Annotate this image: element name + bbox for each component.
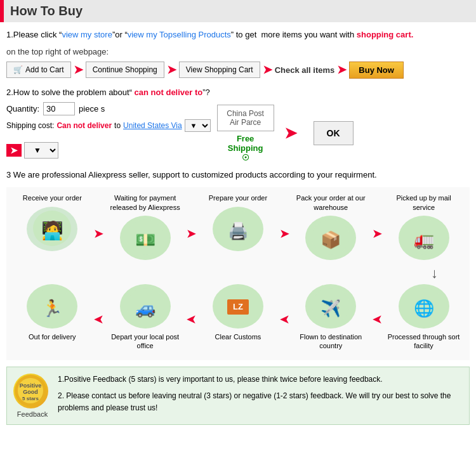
feedback-line2: 2. Please contact us before leaving neut… — [58, 390, 463, 414]
process-icon-3: 🖨️ — [213, 207, 263, 251]
problem-section: 2.How to solve the problem about“ can no… — [6, 88, 470, 162]
deliver-arrows: ➤ ▼ — [6, 142, 211, 159]
process-row-1: Receive your order 🧑‍💻 ➤ Waiting for pay… — [13, 193, 463, 260]
p-arrow-5: ➤ — [93, 311, 104, 327]
arrow-1: ➤ — [74, 63, 83, 77]
svg-text:5 stars: 5 stars — [22, 396, 39, 401]
topselling-link[interactable]: view my Topselling Products — [128, 30, 231, 39]
check-items-text: Check all items — [275, 65, 335, 75]
p-arrow-7: ➤ — [279, 311, 290, 327]
main-content: 1.Please click “view my store”or “view m… — [0, 29, 476, 431]
right-side: China Post Air Parce FreeShipping☉ ➤ OK — [217, 105, 354, 162]
svg-text:Good: Good — [23, 389, 38, 395]
process-label-1: Receive your order — [23, 193, 82, 202]
arrow-2: ➤ — [167, 63, 176, 77]
svg-text:💵: 💵 — [135, 230, 156, 250]
view-cart-button[interactable]: View Shopping Cart — [179, 62, 260, 78]
svg-text:✈️: ✈️ — [321, 298, 341, 318]
deliver-row: Quantity: piece s Shipping cost: Can not… — [6, 102, 470, 162]
cannot-deliver-text: Can not deliver — [56, 121, 112, 130]
process-icon-1: 🧑‍💻 — [27, 207, 77, 251]
large-dropdown[interactable]: ▼ — [24, 142, 58, 159]
continue-shopping-button[interactable]: Continue Shopping — [86, 62, 164, 78]
process-icon-8: LZ — [213, 284, 263, 329]
process-item-5: Picked up by mail service 🚛 — [386, 193, 462, 260]
cart-text: shopping cart. — [357, 30, 414, 39]
process-icon-9: ✈️ — [305, 284, 356, 329]
process-icon-2: 💵 — [120, 216, 171, 260]
process-label-2: Waiting for payment released by Aliexpre… — [107, 193, 183, 212]
process-label-9: Flown to destination country — [293, 332, 369, 351]
process-icon-6: 🏃 — [27, 284, 77, 329]
page-title: How To Buy — [10, 4, 83, 18]
process-item-7: 🚙 Depart your local post office — [107, 284, 183, 355]
process-item-8: LZ Clear Customs — [200, 284, 276, 345]
feedback-line1: 1.Positive Feedback (5 stars) is very im… — [58, 374, 463, 386]
process-label-8: Clear Customs — [215, 332, 261, 341]
process-label-4: Pack your order at our warehouse — [293, 193, 369, 212]
process-item-1: Receive your order 🧑‍💻 — [14, 193, 90, 251]
ship-row: Shipping cost: Can not deliver to United… — [6, 119, 211, 132]
feedback-text-area: 1.Positive Feedback (5 stars) is very im… — [58, 374, 463, 418]
add-to-cart-button[interactable]: 🛒 Add to Cart — [6, 62, 71, 78]
p-arrow-8: ➤ — [372, 311, 383, 327]
ship-label: Shipping cost: — [6, 121, 54, 130]
feedback-badge: Positive Good 5 stars — [13, 374, 48, 408]
process-icon-10: 🌐 — [399, 284, 449, 329]
p-arrow-6: ➤ — [186, 311, 197, 327]
svg-text:🖨️: 🖨️ — [228, 221, 249, 241]
process-label-3: Prepare your order — [209, 193, 267, 202]
ok-button[interactable]: OK — [314, 121, 354, 145]
process-label-10: Processed through sort facility — [386, 332, 462, 351]
process-icon-4: 📦 — [305, 216, 356, 260]
process-item-3: Prepare your order 🖨️ — [200, 193, 276, 251]
process-label-7: Depart your local post office — [107, 332, 183, 351]
free-shipping-text: FreeShipping☉ — [217, 134, 274, 162]
buy-now-button[interactable]: Buy Now — [349, 62, 404, 79]
view-store-link[interactable]: view my store — [62, 30, 112, 39]
svg-text:🚙: 🚙 — [135, 298, 156, 318]
feedback-label: Feedback — [13, 410, 51, 418]
p-arrow-4: ➤ — [372, 226, 383, 241]
via-link[interactable]: United States Via — [123, 121, 182, 130]
qty-unit: piece s — [79, 104, 105, 114]
svg-text:🌐: 🌐 — [414, 298, 435, 318]
p-arrow-1: ➤ — [93, 226, 104, 241]
qty-label: Quantity: — [6, 104, 39, 114]
svg-text:📦: 📦 — [321, 230, 341, 250]
intro-paragraph: 1.Please click “view my store”or “view m… — [6, 29, 470, 42]
process-label-5: Picked up by mail service — [386, 193, 462, 212]
svg-text:Positive: Positive — [20, 382, 42, 389]
section3-text: 3 We are professional Aliexpress seller,… — [6, 169, 470, 181]
red-arrow-box: ➤ — [6, 144, 22, 157]
svg-text:🧑‍💻: 🧑‍💻 — [41, 220, 63, 241]
deliver-left: Quantity: piece s Shipping cost: Can not… — [6, 102, 211, 159]
arrow-4: ➤ — [337, 63, 347, 77]
arrow-3: ➤ — [263, 63, 272, 77]
china-post-box: China Post Air Parce — [217, 105, 274, 131]
process-section: Receive your order 🧑‍💻 ➤ Waiting for pay… — [6, 187, 470, 360]
qty-input[interactable] — [43, 102, 75, 115]
intro-text-prefix: 1.Please click “ — [6, 30, 62, 39]
process-item-10: 🌐 Processed through sort facility — [386, 284, 462, 355]
via-dropdown[interactable]: ▼ — [185, 119, 211, 132]
qty-row: Quantity: piece s — [6, 102, 211, 115]
process-icon-7: 🚙 — [120, 284, 171, 329]
process-row-2: 🏃 Out for delivery ➤ 🚙 Depart your local… — [13, 284, 463, 355]
subtitle-text: on the top right of webpage: — [6, 47, 470, 56]
down-arrow: ↓ — [13, 265, 463, 282]
process-item-6: 🏃 Out for delivery — [14, 284, 90, 345]
steps-row: 🛒 Add to Cart ➤ Continue Shopping ➤ View… — [6, 62, 470, 79]
svg-text:LZ: LZ — [233, 302, 243, 311]
process-item-2: Waiting for payment released by Aliexpre… — [107, 193, 183, 260]
process-item-4: Pack your order at our warehouse 📦 — [293, 193, 369, 260]
feedback-section: Positive Good 5 stars Feedback 1.Positiv… — [6, 367, 470, 425]
feedback-icon-area: Positive Good 5 stars Feedback — [13, 374, 51, 418]
page-header: How To Buy — [0, 0, 476, 22]
process-label-6: Out for delivery — [29, 332, 76, 341]
process-item-9: ✈️ Flown to destination country — [293, 284, 369, 355]
problem-title: 2.How to solve the problem about“ can no… — [6, 88, 470, 97]
p-arrow-3: ➤ — [279, 226, 290, 241]
arrow-to-ok: ➤ — [284, 124, 297, 142]
process-icon-5: 🚛 — [399, 216, 449, 260]
